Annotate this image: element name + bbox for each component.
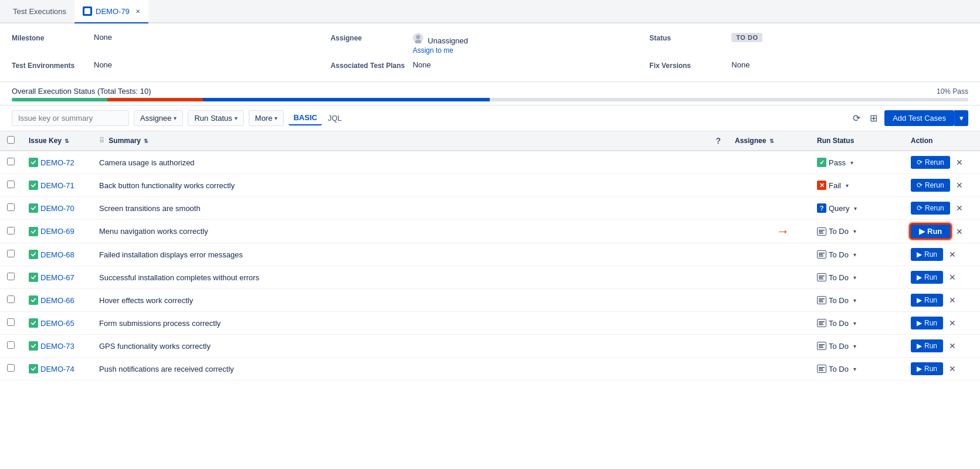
row-checkbox[interactable] [7, 318, 15, 326]
row-checkbox[interactable] [7, 158, 15, 165]
header-action: Action [904, 131, 980, 151]
svg-rect-17 [819, 323, 823, 324]
row-checkbox[interactable] [7, 250, 15, 257]
issue-key-link[interactable]: DEMO-74 [40, 365, 74, 373]
run-status-dropdown-icon[interactable]: ▾ [853, 366, 856, 372]
issue-key-link[interactable]: DEMO-71 [40, 181, 74, 190]
issue-key-link[interactable]: DEMO-66 [40, 296, 74, 305]
row-checkbox[interactable] [7, 295, 15, 303]
run-button[interactable]: ▶Run [911, 339, 943, 352]
assignee-cell [728, 358, 810, 380]
row-checkbox[interactable] [7, 341, 15, 349]
assignee-cell [728, 220, 810, 243]
assign-me-link[interactable]: Assign to me [413, 46, 618, 55]
run-status-dropdown-icon[interactable]: ▾ [854, 205, 857, 212]
summary-cell: Successful installation completes withou… [92, 266, 708, 289]
action-cell: ▶Run ✕ [904, 358, 980, 380]
run-button[interactable]: ▶Run [911, 362, 943, 375]
run-status-dropdown-icon[interactable]: ▾ [853, 343, 856, 349]
select-all-checkbox[interactable] [7, 136, 15, 144]
assignee-filter-label: Assignee [140, 114, 171, 123]
basic-query-button[interactable]: BASIC [289, 111, 321, 125]
test-cases-table: Issue Key ⇅ ⠿ Summary ⇅ ? Assignee ⇅ Run… [0, 131, 980, 380]
run-status-dropdown-icon[interactable]: ▾ [850, 159, 853, 166]
summary-text: Screen transitions are smooth [99, 204, 201, 213]
more-filter-button[interactable]: More ▾ [249, 110, 284, 126]
remove-button[interactable]: ✕ [947, 317, 958, 329]
header-issue-key: Issue Key ⇅ [22, 131, 92, 151]
issue-key-link[interactable]: DEMO-69 [40, 227, 74, 236]
status-badge: TO DO [731, 33, 762, 42]
issue-key-link[interactable]: DEMO-65 [40, 319, 74, 328]
jql-query-button[interactable]: JQL [323, 111, 347, 125]
run-button[interactable]: ▶Run [911, 248, 943, 261]
run-status-text: To Do [829, 250, 849, 259]
assignee-filter-button[interactable]: Assignee ▾ [134, 110, 183, 126]
remove-button[interactable]: ✕ [954, 202, 965, 214]
assignee-sort-icon[interactable]: ⇅ [769, 138, 774, 144]
rerun-button[interactable]: ⟳Rerun [911, 202, 950, 215]
issue-key-link[interactable]: DEMO-72 [40, 158, 74, 167]
play-icon: ▶ [919, 227, 925, 236]
run-button[interactable]: ▶Run [911, 271, 943, 284]
issue-key-link[interactable]: DEMO-70 [40, 204, 74, 213]
remove-button[interactable]: ✕ [954, 226, 965, 237]
run-button[interactable]: ▶Run [911, 294, 943, 307]
refresh-button[interactable]: ⟳ [850, 110, 863, 126]
run-label: Run [924, 273, 937, 281]
run-status-dropdown-icon[interactable]: ▾ [853, 297, 856, 304]
search-input[interactable] [12, 110, 129, 126]
add-test-cases-dropdown-button[interactable]: ▾ [954, 110, 968, 126]
issue-key-link[interactable]: DEMO-67 [40, 273, 74, 282]
run-status-dropdown-icon[interactable]: ▾ [846, 182, 849, 189]
row-checkbox[interactable] [7, 227, 15, 235]
table-row: DEMO-69 Menu navigation works correctly … [0, 220, 980, 243]
columns-button[interactable]: ⊞ [867, 110, 880, 126]
query-type-group: BASIC JQL [289, 111, 346, 125]
issue-key-sort-icon[interactable]: ⇅ [65, 138, 69, 144]
run-status-dropdown-icon[interactable]: ▾ [853, 274, 856, 281]
row-checkbox[interactable] [7, 273, 15, 280]
remove-button[interactable]: ✕ [947, 363, 958, 375]
help-cell [708, 289, 728, 312]
remove-button[interactable]: ✕ [947, 340, 958, 352]
tab-demo-79[interactable]: DEMO-79 ✕ [74, 0, 148, 23]
run-status-text: To Do [829, 342, 849, 351]
svg-rect-23 [819, 369, 823, 370]
issue-key-cell: DEMO-71 [22, 174, 92, 197]
issue-key-link[interactable]: DEMO-73 [40, 342, 74, 351]
remove-button[interactable]: ✕ [954, 157, 965, 168]
run-status-dropdown-icon[interactable]: ▾ [853, 228, 856, 235]
tab-test-executions[interactable]: Test Executions [5, 0, 74, 23]
remove-button[interactable]: ✕ [954, 179, 965, 191]
play-icon: ▶ [917, 342, 922, 350]
run-button[interactable]: ▶Run [911, 317, 943, 329]
add-test-cases-button[interactable]: Add Test Cases [884, 110, 954, 126]
run-status-dropdown-icon[interactable]: ▾ [853, 320, 856, 327]
tab-close-icon[interactable]: ✕ [135, 8, 140, 15]
remove-button[interactable]: ✕ [947, 271, 958, 283]
remove-button[interactable]: ✕ [947, 294, 958, 306]
table-row: DEMO-74 Push notifications are received … [0, 358, 980, 380]
assignee-group: Assignee Unassigned Assign to me [331, 33, 650, 55]
row-checkbox[interactable] [7, 364, 15, 372]
test-case-icon [29, 318, 38, 328]
issue-key-link[interactable]: DEMO-68 [40, 250, 74, 259]
run-status-dropdown-icon[interactable]: ▾ [853, 252, 856, 258]
help-cell [708, 312, 728, 335]
assignee-cell [728, 266, 810, 289]
rerun-button[interactable]: ⟳Rerun [911, 156, 950, 169]
row-checkbox[interactable] [7, 181, 15, 188]
assoc-plans-value: None [413, 60, 618, 70]
row-checkbox[interactable] [7, 203, 15, 211]
svg-rect-8 [819, 254, 823, 256]
table-row: DEMO-68 Failed installation displays err… [0, 243, 980, 266]
help-icon[interactable]: ? [715, 136, 721, 145]
rerun-button[interactable]: ⟳Rerun [911, 179, 950, 192]
remove-button[interactable]: ✕ [947, 249, 958, 260]
summary-sort-icon[interactable]: ⇅ [144, 138, 148, 144]
test-cases-table-container: Issue Key ⇅ ⠿ Summary ⇅ ? Assignee ⇅ Run… [0, 131, 980, 380]
help-cell [708, 358, 728, 380]
run-button-highlighted[interactable]: ▶Run [911, 225, 950, 238]
run-status-filter-button[interactable]: Run Status ▾ [188, 110, 243, 126]
